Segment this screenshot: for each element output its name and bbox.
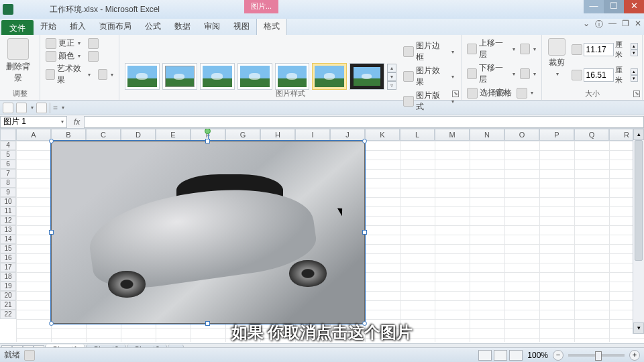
style-thumb-1[interactable]: [125, 63, 160, 90]
style-thumb-5[interactable]: [275, 63, 310, 90]
ribbon-minimize-button[interactable]: ⌄: [582, 19, 591, 30]
undo-icon[interactable]: [16, 103, 27, 113]
minimize-button[interactable]: —: [584, 0, 604, 13]
artistic-button[interactable]: 艺术效果▾▾: [44, 62, 115, 86]
col-header[interactable]: M: [435, 129, 470, 141]
row-header[interactable]: 20: [0, 291, 16, 300]
doc-close-button[interactable]: ✕: [633, 19, 643, 30]
row-header[interactable]: 18: [0, 272, 16, 282]
save-icon[interactable]: [3, 103, 13, 113]
style-thumb-2[interactable]: [162, 63, 197, 90]
resize-handle[interactable]: [205, 139, 210, 143]
size-dialog-launcher[interactable]: ⬊: [633, 90, 640, 97]
selected-picture[interactable]: [51, 141, 365, 324]
tab-insert[interactable]: 插入: [63, 18, 93, 35]
row-header[interactable]: 21: [0, 300, 16, 310]
page-break-view-button[interactable]: [509, 350, 523, 361]
row-header[interactable]: 12: [0, 216, 16, 225]
doc-minimize-button[interactable]: —: [607, 19, 618, 30]
resize-handle[interactable]: [362, 139, 367, 143]
row-header[interactable]: 9: [0, 188, 16, 197]
style-thumb-6[interactable]: [312, 63, 347, 90]
picture-border-button[interactable]: 图片边框▾: [402, 40, 455, 64]
zoom-level[interactable]: 100%: [527, 351, 548, 360]
col-header[interactable]: P: [539, 129, 574, 141]
resize-handle[interactable]: [362, 230, 367, 235]
undo-dropdown[interactable]: ▾: [31, 105, 34, 111]
resize-handle[interactable]: [49, 230, 54, 235]
col-header[interactable]: C: [86, 129, 121, 141]
send-backward-button[interactable]: 下移一层▾▾: [466, 62, 537, 86]
color-button[interactable]: 颜色▾: [44, 50, 115, 62]
style-thumb-3[interactable]: [200, 63, 235, 90]
col-header[interactable]: A: [16, 129, 51, 141]
col-header[interactable]: Q: [574, 129, 609, 141]
help-button[interactable]: ⓘ: [594, 19, 604, 30]
bring-forward-button[interactable]: 上移一层▾▾: [466, 37, 537, 61]
remove-background-button[interactable]: 删除背景: [4, 37, 32, 85]
row-header[interactable]: 10: [0, 197, 16, 206]
page-layout-view-button[interactable]: [494, 350, 507, 361]
fx-icon[interactable]: fx: [74, 117, 80, 127]
corrections-button[interactable]: 更正▾: [44, 37, 115, 50]
col-header[interactable]: G: [225, 129, 260, 141]
row-header[interactable]: 22: [0, 310, 16, 319]
row-header[interactable]: 17: [0, 263, 16, 272]
vertical-scrollbar[interactable]: ▴▾: [633, 129, 644, 334]
tab-view[interactable]: 视图: [227, 18, 256, 35]
maximize-button[interactable]: ☐: [604, 0, 624, 13]
width-spinner[interactable]: ▴▾: [631, 68, 638, 82]
row-header[interactable]: 19: [0, 282, 16, 291]
col-header[interactable]: J: [330, 129, 365, 141]
normal-view-button[interactable]: [478, 350, 492, 361]
zoom-slider[interactable]: [568, 354, 625, 357]
row-header[interactable]: 11: [0, 206, 16, 216]
col-header[interactable]: H: [260, 129, 295, 141]
width-input[interactable]: 16.51: [584, 68, 614, 82]
doc-restore-button[interactable]: ❐: [621, 19, 631, 30]
style-thumb-4[interactable]: [237, 63, 272, 90]
select-all-button[interactable]: [0, 129, 16, 141]
col-header[interactable]: L: [400, 129, 435, 141]
row-header[interactable]: 14: [0, 235, 16, 244]
picture-effects-button[interactable]: 图片效果▾: [402, 64, 455, 88]
tab-layout[interactable]: 页面布局: [93, 18, 138, 35]
redo-icon[interactable]: [36, 103, 47, 113]
col-header[interactable]: D: [121, 129, 156, 141]
row-header[interactable]: 4: [0, 141, 16, 150]
tab-data[interactable]: 数据: [168, 18, 197, 35]
tab-home[interactable]: 开始: [34, 18, 63, 35]
row-header[interactable]: 6: [0, 160, 16, 169]
col-header[interactable]: K: [365, 129, 400, 141]
tab-format[interactable]: 格式: [256, 17, 287, 35]
col-header[interactable]: O: [504, 129, 539, 141]
formula-bar[interactable]: [84, 116, 644, 128]
col-header[interactable]: I: [295, 129, 330, 141]
gallery-scroll[interactable]: ▴▾▿: [387, 64, 396, 90]
row-header[interactable]: 8: [0, 178, 16, 188]
qat-customize[interactable]: ▾: [62, 105, 64, 111]
zoom-in-button[interactable]: +: [629, 350, 640, 361]
crop-button[interactable]: 裁剪▾: [546, 37, 568, 85]
col-header[interactable]: N: [470, 129, 504, 141]
col-header[interactable]: E: [156, 129, 191, 141]
row-header[interactable]: 15: [0, 244, 16, 253]
row-header[interactable]: 5: [0, 150, 16, 160]
height-input[interactable]: 11.17: [584, 43, 614, 56]
cells-area[interactable]: [16, 141, 644, 342]
file-tab[interactable]: 文件: [1, 20, 34, 35]
col-header[interactable]: B: [51, 129, 86, 141]
macro-icon[interactable]: [24, 350, 35, 361]
tab-formulas[interactable]: 公式: [138, 18, 168, 35]
zoom-out-button[interactable]: −: [553, 350, 564, 361]
close-button[interactable]: ✕: [624, 0, 644, 13]
style-thumb-7[interactable]: [350, 63, 384, 90]
name-box[interactable]: 图片 1▾: [0, 116, 67, 128]
tab-review[interactable]: 审阅: [197, 18, 227, 35]
row-header[interactable]: 13: [0, 225, 16, 235]
height-spinner[interactable]: ▴▾: [631, 43, 638, 56]
row-header[interactable]: 7: [0, 169, 16, 178]
resize-handle[interactable]: [49, 139, 54, 143]
row-header[interactable]: 16: [0, 253, 16, 263]
styles-dialog-launcher[interactable]: ⬊: [452, 90, 459, 97]
